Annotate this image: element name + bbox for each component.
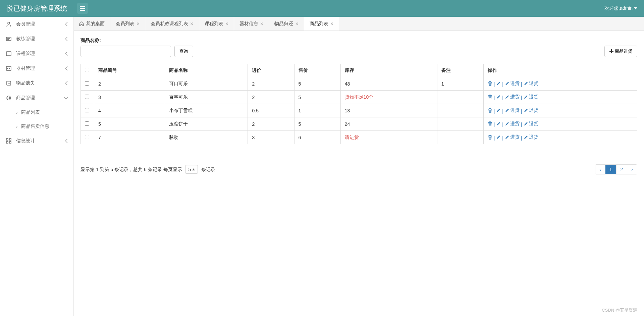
close-icon[interactable]: × [295,21,298,27]
column-header[interactable]: 商品编号 [94,64,165,77]
close-icon[interactable]: × [137,21,140,27]
plus-icon [609,49,613,53]
product-icon [5,95,12,101]
page-info: 显示第 1 到第 5 条记录，总共 6 条记录 每页显示 5 条记录 [80,165,215,174]
sidebar-item-lost[interactable]: 物品遗失 [0,76,73,91]
tab-会员私教课程列表[interactable]: 会员私教课程列表× [145,17,199,31]
cell-id: 2 [94,77,165,91]
restock-button[interactable]: 进货 [505,107,520,113]
edit-button[interactable] [496,121,501,126]
row-checkbox[interactable] [85,135,89,139]
sidebar-item-product[interactable]: 商品管理 [0,91,73,105]
app-title: 悦已健身房管理系统 [7,4,67,13]
stock-in-button[interactable]: 商品进货 [604,46,637,57]
stats-icon [5,138,12,144]
pencil-icon [524,135,528,140]
column-header[interactable]: 操作 [483,64,637,77]
column-header[interactable]: 进价 [248,64,294,77]
close-icon[interactable]: × [190,21,193,27]
cell-name: 压缩饼干 [165,117,248,131]
edit-button[interactable] [496,135,501,140]
close-icon[interactable]: × [260,21,263,27]
sidebar-item-label: 信息统计 [16,138,65,144]
course-icon [5,50,12,57]
page-button[interactable]: 1 [605,165,616,174]
edit-button[interactable] [496,81,501,86]
lost-icon [5,80,12,87]
edit-button[interactable] [496,95,501,99]
delete-button[interactable] [488,135,492,140]
column-header[interactable]: 售价 [294,64,340,77]
close-icon[interactable]: × [225,21,228,27]
tab-我的桌面[interactable]: 我的桌面 [74,17,110,31]
tab-label: 会员私教课程列表 [151,21,188,27]
cell-price: 5 [294,91,340,104]
svg-rect-11 [9,142,11,143]
return-button[interactable]: 退货 [524,94,538,100]
row-checkbox[interactable] [85,121,89,126]
row-checkbox[interactable] [85,95,89,99]
select-all-checkbox[interactable] [85,68,89,72]
page-button[interactable]: 2 [616,165,628,174]
sidebar-item-course[interactable]: 课程管理 [0,46,73,61]
cell-actions: ||进货|退货 [483,131,637,144]
cell-remark: 1 [437,77,483,91]
return-button[interactable]: 退货 [524,134,538,140]
cell-cost: 2 [248,77,294,91]
delete-button[interactable] [488,81,492,86]
return-button[interactable]: 退货 [524,121,538,127]
sidebar-item-equipment[interactable]: 器材管理 [0,61,73,76]
restock-button[interactable]: 进货 [505,81,520,87]
trash-icon [488,108,492,113]
sidebar-item-coach[interactable]: 教练管理 [0,32,73,46]
page-button[interactable]: › [627,165,637,174]
tab-会员列表[interactable]: 会员列表× [110,17,145,31]
pencil-icon [505,81,509,86]
return-button[interactable]: 退货 [524,107,538,113]
sidebar-item-user[interactable]: 会员管理 [0,17,73,32]
cell-stock: 13 [340,104,437,117]
delete-button[interactable] [488,95,492,99]
page-button[interactable]: ‹ [595,165,605,174]
svg-point-4 [7,68,8,69]
sidebar-subitem[interactable]: ›商品售卖信息 [0,119,73,134]
sidebar-subitem[interactable]: ›商品列表 [0,105,73,119]
tab-物品归还[interactable]: 物品归还× [269,17,304,31]
return-button[interactable]: 退货 [524,81,538,87]
column-header[interactable]: 库存 [340,64,437,77]
table-row: 5压缩饼干2524||进货|退货 [81,117,637,131]
tab-商品列表[interactable]: 商品列表× [304,17,339,31]
cell-remark [437,104,483,117]
cell-price: 5 [294,117,340,131]
cell-name: 脉动 [165,131,248,144]
chevron-left-icon [65,81,68,85]
query-button[interactable]: 查询 [174,46,193,57]
close-icon[interactable]: × [330,21,333,27]
restock-button[interactable]: 进货 [505,134,520,140]
app-header: 悦已健身房管理系统 欢迎您,admin [0,0,644,17]
row-checkbox[interactable] [85,81,89,86]
page-size-select[interactable]: 5 [185,165,198,174]
column-header[interactable]: 商品名称 [165,64,248,77]
delete-button[interactable] [488,121,492,126]
sidebar-toggle-button[interactable] [77,3,88,14]
row-checkbox[interactable] [85,108,89,112]
home-icon [79,21,84,26]
cell-actions: ||进货|退货 [483,77,637,91]
edit-button[interactable] [496,108,501,113]
cell-remark [437,117,483,131]
tab-课程列表[interactable]: 课程列表× [199,17,234,31]
tab-label: 我的桌面 [86,21,105,27]
tab-器材信息[interactable]: 器材信息× [234,17,269,31]
product-name-input[interactable] [80,46,171,57]
restock-button[interactable]: 进货 [505,94,520,100]
user-menu[interactable]: 欢迎您,admin [604,5,637,11]
restock-button[interactable]: 进货 [505,121,520,127]
cell-id: 7 [94,131,165,144]
sidebar-item-stats[interactable]: 信息统计 [0,134,73,148]
cell-stock: 货物不足10个 [340,91,437,104]
sidebar-item-label: 教练管理 [16,36,65,42]
delete-button[interactable] [488,108,492,113]
cell-price: 1 [294,104,340,117]
column-header[interactable]: 备注 [437,64,483,77]
